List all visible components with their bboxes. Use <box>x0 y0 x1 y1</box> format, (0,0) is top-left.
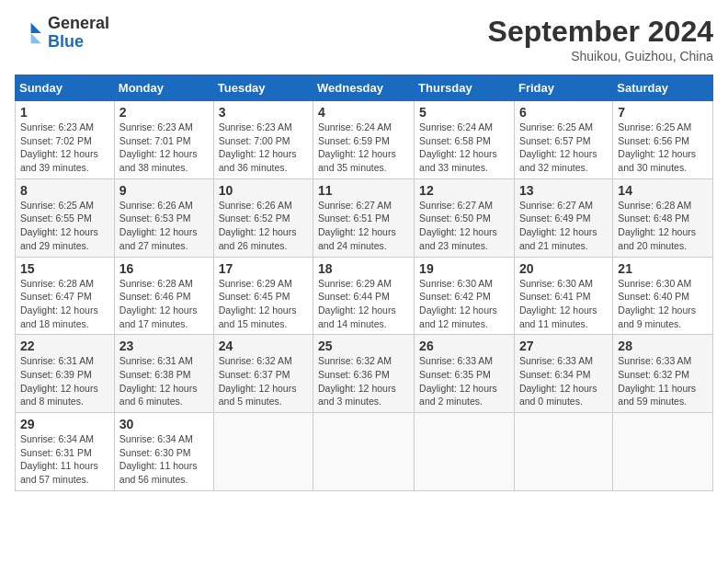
day-info: Sunrise: 6:31 AM Sunset: 6:39 PM Dayligh… <box>20 354 109 408</box>
empty-cell <box>613 413 713 491</box>
day-number: 25 <box>318 339 409 353</box>
calendar-day-12: 12 Sunrise: 6:27 AM Sunset: 6:50 PM Dayl… <box>415 178 515 257</box>
calendar-day-14: 14 Sunrise: 6:28 AM Sunset: 6:48 PM Dayl… <box>613 178 713 257</box>
day-info: Sunrise: 6:30 AM Sunset: 6:40 PM Dayligh… <box>618 277 708 331</box>
calendar-day-26: 26 Sunrise: 6:33 AM Sunset: 6:35 PM Dayl… <box>415 335 515 413</box>
calendar-day-2: 2 Sunrise: 6:23 AM Sunset: 7:01 PM Dayli… <box>114 101 213 179</box>
day-number: 11 <box>318 183 409 198</box>
day-info: Sunrise: 6:28 AM Sunset: 6:48 PM Dayligh… <box>618 199 708 253</box>
day-number: 7 <box>618 105 708 120</box>
calendar-day-19: 19 Sunrise: 6:30 AM Sunset: 6:42 PM Dayl… <box>415 257 515 335</box>
calendar-day-1: 1 Sunrise: 6:23 AM Sunset: 7:02 PM Dayli… <box>16 101 115 179</box>
day-number: 6 <box>519 105 608 120</box>
day-info: Sunrise: 6:23 AM Sunset: 7:02 PM Dayligh… <box>20 121 109 175</box>
calendar-week-1: 1 Sunrise: 6:23 AM Sunset: 7:02 PM Dayli… <box>16 101 713 179</box>
day-number: 10 <box>219 183 308 198</box>
location: Shuikou, Guizhou, China <box>488 49 713 63</box>
day-number: 21 <box>618 261 708 276</box>
calendar-day-30: 30 Sunrise: 6:34 AM Sunset: 6:30 PM Dayl… <box>114 413 213 491</box>
weekday-header-monday: Monday <box>114 75 213 101</box>
weekday-header-tuesday: Tuesday <box>213 75 313 101</box>
day-info: Sunrise: 6:32 AM Sunset: 6:36 PM Dayligh… <box>318 354 409 408</box>
calendar-day-22: 22 Sunrise: 6:31 AM Sunset: 6:39 PM Dayl… <box>16 335 115 413</box>
calendar-header-row: SundayMondayTuesdayWednesdayThursdayFrid… <box>16 75 713 101</box>
day-number: 14 <box>618 183 708 198</box>
calendar-day-5: 5 Sunrise: 6:24 AM Sunset: 6:58 PM Dayli… <box>415 101 515 179</box>
calendar-day-23: 23 Sunrise: 6:31 AM Sunset: 6:38 PM Dayl… <box>114 335 213 413</box>
day-info: Sunrise: 6:33 AM Sunset: 6:34 PM Dayligh… <box>519 354 608 408</box>
calendar-day-27: 27 Sunrise: 6:33 AM Sunset: 6:34 PM Dayl… <box>514 335 612 413</box>
day-info: Sunrise: 6:25 AM Sunset: 6:56 PM Dayligh… <box>618 121 708 175</box>
calendar-day-17: 17 Sunrise: 6:29 AM Sunset: 6:45 PM Dayl… <box>213 257 313 335</box>
day-info: Sunrise: 6:34 AM Sunset: 6:31 PM Dayligh… <box>20 432 109 487</box>
calendar-week-5: 29 Sunrise: 6:34 AM Sunset: 6:31 PM Dayl… <box>16 413 713 491</box>
page-header: General Blue September 2024 Shuikou, Gui… <box>15 15 713 63</box>
calendar-day-25: 25 Sunrise: 6:32 AM Sunset: 6:36 PM Dayl… <box>313 335 415 413</box>
day-number: 16 <box>119 261 209 276</box>
calendar-day-15: 15 Sunrise: 6:28 AM Sunset: 6:47 PM Dayl… <box>16 257 115 335</box>
day-info: Sunrise: 6:26 AM Sunset: 6:52 PM Dayligh… <box>219 199 308 253</box>
day-number: 22 <box>20 339 109 353</box>
day-number: 24 <box>219 339 308 353</box>
day-number: 23 <box>119 339 209 353</box>
day-info: Sunrise: 6:27 AM Sunset: 6:51 PM Dayligh… <box>318 199 409 253</box>
calendar-day-20: 20 Sunrise: 6:30 AM Sunset: 6:41 PM Dayl… <box>514 257 612 335</box>
calendar-day-4: 4 Sunrise: 6:24 AM Sunset: 6:59 PM Dayli… <box>313 101 415 179</box>
calendar-day-13: 13 Sunrise: 6:27 AM Sunset: 6:49 PM Dayl… <box>514 178 612 257</box>
day-info: Sunrise: 6:28 AM Sunset: 6:47 PM Dayligh… <box>20 277 109 331</box>
day-info: Sunrise: 6:28 AM Sunset: 6:46 PM Dayligh… <box>119 277 209 331</box>
calendar-week-3: 15 Sunrise: 6:28 AM Sunset: 6:47 PM Dayl… <box>16 257 713 335</box>
calendar-day-28: 28 Sunrise: 6:33 AM Sunset: 6:32 PM Dayl… <box>613 335 713 413</box>
calendar-day-10: 10 Sunrise: 6:26 AM Sunset: 6:52 PM Dayl… <box>213 178 313 257</box>
empty-cell <box>313 413 415 491</box>
svg-marker-1 <box>31 33 41 43</box>
day-info: Sunrise: 6:24 AM Sunset: 6:58 PM Dayligh… <box>419 121 509 175</box>
calendar-day-24: 24 Sunrise: 6:32 AM Sunset: 6:37 PM Dayl… <box>213 335 313 413</box>
day-number: 20 <box>519 261 608 276</box>
day-info: Sunrise: 6:29 AM Sunset: 6:44 PM Dayligh… <box>318 277 409 331</box>
title-block: September 2024 Shuikou, Guizhou, China <box>488 15 713 63</box>
calendar-day-11: 11 Sunrise: 6:27 AM Sunset: 6:51 PM Dayl… <box>313 178 415 257</box>
day-info: Sunrise: 6:26 AM Sunset: 6:53 PM Dayligh… <box>119 199 209 253</box>
calendar-day-9: 9 Sunrise: 6:26 AM Sunset: 6:53 PM Dayli… <box>114 178 213 257</box>
empty-cell <box>213 413 313 491</box>
month-title: September 2024 <box>488 15 713 49</box>
day-number: 15 <box>20 261 109 276</box>
day-info: Sunrise: 6:23 AM Sunset: 7:01 PM Dayligh… <box>119 121 209 175</box>
day-info: Sunrise: 6:31 AM Sunset: 6:38 PM Dayligh… <box>119 354 209 408</box>
day-info: Sunrise: 6:27 AM Sunset: 6:49 PM Dayligh… <box>519 199 608 253</box>
day-info: Sunrise: 6:27 AM Sunset: 6:50 PM Dayligh… <box>419 199 509 253</box>
calendar-day-3: 3 Sunrise: 6:23 AM Sunset: 7:00 PM Dayli… <box>213 101 313 179</box>
logo: General Blue <box>15 15 109 52</box>
day-info: Sunrise: 6:33 AM Sunset: 6:35 PM Dayligh… <box>419 354 509 408</box>
weekday-header-saturday: Saturday <box>613 75 713 101</box>
day-info: Sunrise: 6:23 AM Sunset: 7:00 PM Dayligh… <box>219 121 308 175</box>
day-info: Sunrise: 6:30 AM Sunset: 6:42 PM Dayligh… <box>419 277 509 331</box>
weekday-header-friday: Friday <box>514 75 612 101</box>
weekday-header-thursday: Thursday <box>415 75 515 101</box>
empty-cell <box>415 413 515 491</box>
day-info: Sunrise: 6:24 AM Sunset: 6:59 PM Dayligh… <box>318 121 409 175</box>
day-info: Sunrise: 6:34 AM Sunset: 6:30 PM Dayligh… <box>119 432 209 487</box>
day-info: Sunrise: 6:30 AM Sunset: 6:41 PM Dayligh… <box>519 277 608 331</box>
day-number: 4 <box>318 105 409 120</box>
svg-marker-0 <box>31 23 41 33</box>
day-number: 17 <box>219 261 308 276</box>
logo-text: General Blue <box>48 15 109 52</box>
calendar-day-7: 7 Sunrise: 6:25 AM Sunset: 6:56 PM Dayli… <box>613 101 713 179</box>
calendar-week-2: 8 Sunrise: 6:25 AM Sunset: 6:55 PM Dayli… <box>16 178 713 257</box>
day-info: Sunrise: 6:29 AM Sunset: 6:45 PM Dayligh… <box>219 277 308 331</box>
day-number: 12 <box>419 183 509 198</box>
calendar-week-4: 22 Sunrise: 6:31 AM Sunset: 6:39 PM Dayl… <box>16 335 713 413</box>
weekday-header-sunday: Sunday <box>16 75 115 101</box>
day-number: 8 <box>20 183 109 198</box>
day-info: Sunrise: 6:25 AM Sunset: 6:57 PM Dayligh… <box>519 121 608 175</box>
day-number: 2 <box>119 105 209 120</box>
calendar-day-21: 21 Sunrise: 6:30 AM Sunset: 6:40 PM Dayl… <box>613 257 713 335</box>
day-number: 19 <box>419 261 509 276</box>
calendar-table: SundayMondayTuesdayWednesdayThursdayFrid… <box>15 75 713 491</box>
day-number: 5 <box>419 105 509 120</box>
calendar-day-29: 29 Sunrise: 6:34 AM Sunset: 6:31 PM Dayl… <box>16 413 115 491</box>
day-info: Sunrise: 6:33 AM Sunset: 6:32 PM Dayligh… <box>618 354 708 408</box>
day-number: 27 <box>519 339 608 353</box>
